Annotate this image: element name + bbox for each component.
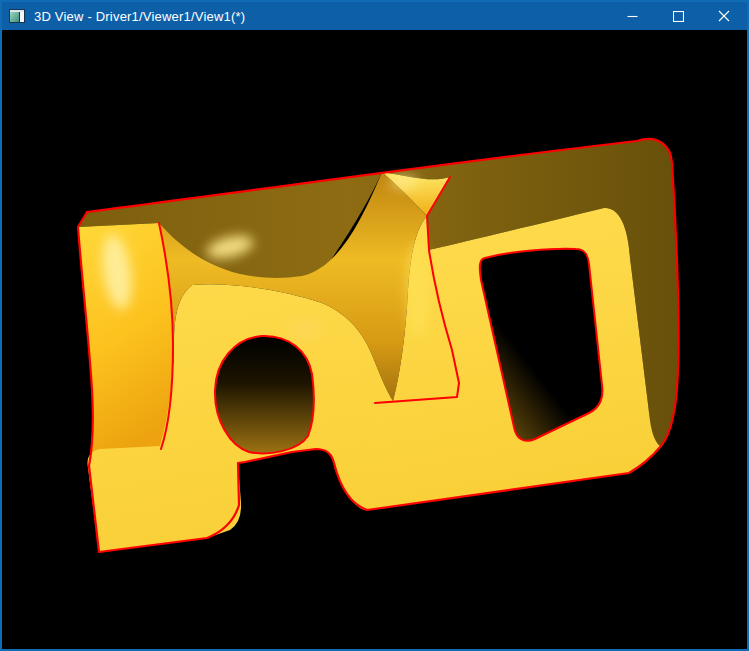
3d-scene <box>2 30 747 649</box>
3d-view-window-icon <box>9 9 25 23</box>
maximize-button[interactable] <box>655 2 701 30</box>
close-button[interactable] <box>701 2 747 30</box>
3d-viewport[interactable] <box>2 30 747 649</box>
maximize-icon <box>673 11 684 22</box>
window-controls <box>609 2 747 30</box>
title-bar[interactable]: 3D View - Driver1/Viewer1/View1(*) <box>2 2 747 30</box>
app-window: 3D View - Driver1/Viewer1/View1(*) <box>0 0 749 651</box>
minimize-button[interactable] <box>609 2 655 30</box>
window-title: 3D View - Driver1/Viewer1/View1(*) <box>34 9 245 24</box>
letter-a-arch-hole <box>215 336 314 453</box>
minimize-icon <box>627 11 638 22</box>
close-icon <box>718 10 730 22</box>
